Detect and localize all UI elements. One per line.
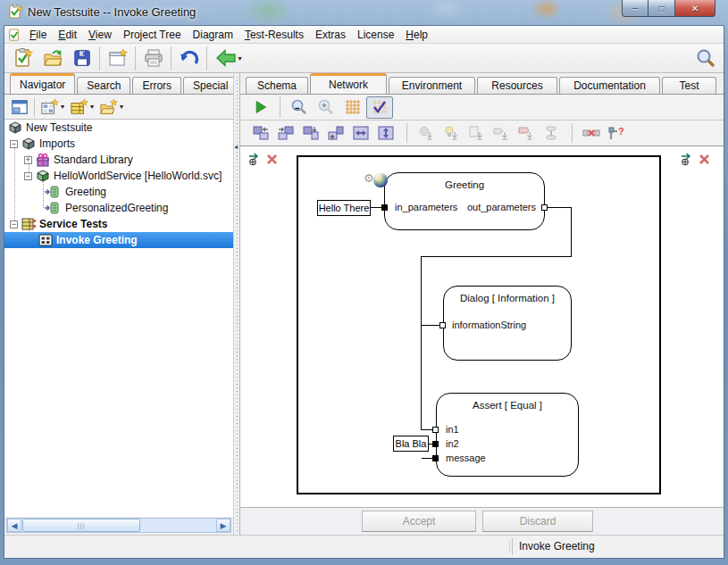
dropdown-chevron[interactable]: ▾ bbox=[61, 103, 64, 111]
reposition-icon[interactable] bbox=[248, 153, 262, 166]
gear-arrow-icon[interactable] bbox=[414, 123, 438, 143]
bulb-arrow-icon[interactable] bbox=[439, 123, 463, 143]
print-button[interactable] bbox=[138, 46, 168, 71]
port-label-informationstring: informationString bbox=[452, 320, 526, 330]
splitter-collapse-arrow[interactable]: ◂ bbox=[234, 143, 238, 151]
in-parameters-port[interactable] bbox=[381, 204, 388, 211]
tree-item-personalizedgreeting[interactable]: PersonalizedGreeting bbox=[4, 200, 233, 216]
tree-item-new-testsuite[interactable]: New Testsuite bbox=[4, 120, 233, 136]
run-icon[interactable] bbox=[247, 96, 274, 119]
maximize-button[interactable]: □ bbox=[649, 0, 675, 17]
tab-network[interactable]: Network bbox=[310, 73, 387, 94]
node-arrow-right-icon[interactable] bbox=[274, 123, 297, 143]
close-button[interactable]: ✕ bbox=[675, 0, 715, 17]
network-diagram-canvas[interactable]: ⚙ Greeting in_parameters out_parameters … bbox=[240, 146, 724, 507]
fit-vertical-icon[interactable] bbox=[374, 123, 397, 143]
save-button[interactable] bbox=[67, 46, 96, 71]
delete-icon[interactable] bbox=[266, 154, 278, 165]
tree-item-imports[interactable]: − Imports bbox=[4, 136, 233, 152]
menu-project-tree[interactable]: Project Tree bbox=[118, 28, 187, 42]
tree-item-service-tests[interactable]: − Service Tests bbox=[4, 216, 233, 232]
connection-line bbox=[548, 207, 572, 208]
menu-extras[interactable]: Extras bbox=[310, 28, 351, 42]
dropdown-chevron[interactable]: ▾ bbox=[90, 103, 94, 111]
out-parameters-port[interactable] bbox=[541, 204, 548, 211]
scroll-left-arrow[interactable]: ◀ bbox=[7, 519, 21, 532]
assert-node[interactable]: Assert [ Equal ] in1 in2 message bbox=[436, 393, 579, 477]
in2-port[interactable] bbox=[432, 441, 439, 447]
delete-icon[interactable] bbox=[699, 154, 710, 165]
node-arrow-left-icon[interactable] bbox=[249, 123, 272, 143]
cut-connection-icon[interactable] bbox=[580, 123, 603, 143]
tab-errors[interactable]: Errors bbox=[132, 77, 181, 94]
zoom-out-icon[interactable] bbox=[286, 96, 313, 119]
tab-special[interactable]: Special bbox=[183, 77, 238, 94]
connection-line bbox=[571, 207, 572, 257]
scrollbar-thumb[interactable]: ||| bbox=[22, 519, 140, 532]
snap-grid-icon[interactable] bbox=[366, 96, 393, 119]
node-arrow-down-icon[interactable] bbox=[299, 123, 322, 143]
tab-navigator[interactable]: Navigator bbox=[10, 73, 75, 94]
collapse-expander[interactable]: − bbox=[10, 220, 18, 228]
back-dropdown-chevron[interactable]: ▾ bbox=[238, 54, 241, 62]
connector-question-icon[interactable]: ? bbox=[605, 123, 628, 143]
input-value-box[interactable]: Bla Bla bbox=[393, 436, 429, 452]
new-testsuite-button[interactable] bbox=[8, 46, 38, 71]
tab-search[interactable]: Search bbox=[77, 77, 130, 94]
project-tree: New Testsuite − Imports + bbox=[4, 120, 233, 517]
panel-view-icon[interactable] bbox=[8, 96, 31, 118]
expand-expander[interactable]: + bbox=[24, 156, 32, 164]
menu-diagram[interactable]: Diagram bbox=[188, 28, 238, 42]
plug-arrow-icon[interactable] bbox=[490, 123, 513, 143]
node-arrow-up-icon[interactable] bbox=[324, 123, 347, 143]
tree-item-helloworldservice[interactable]: − HelloWorldService [HelloWorld.svc] bbox=[4, 168, 233, 184]
tree-item-invoke-greeting[interactable]: Invoke Greeting bbox=[4, 232, 233, 248]
tab-resources[interactable]: Resources bbox=[477, 77, 557, 94]
spacer-dumbbell-icon[interactable] bbox=[540, 123, 563, 143]
back-button[interactable]: ▾ bbox=[210, 46, 247, 71]
collapse-expander[interactable]: − bbox=[10, 140, 18, 148]
discard-button[interactable]: Discard bbox=[482, 511, 593, 532]
informationstring-port[interactable] bbox=[439, 322, 446, 328]
accept-button[interactable]: Accept bbox=[362, 511, 476, 532]
new-test-grid-icon[interactable]: ▾ bbox=[38, 96, 67, 118]
port-label-in2: in2 bbox=[446, 438, 459, 449]
menu-license[interactable]: License bbox=[352, 28, 399, 42]
zoom-in-icon[interactable] bbox=[313, 96, 339, 119]
search-button[interactable] bbox=[690, 46, 720, 71]
page-arrow-icon[interactable] bbox=[464, 123, 488, 143]
greeting-node[interactable]: Greeting in_parameters out_parameters bbox=[384, 172, 545, 230]
tree-item-standard-library[interactable]: + Standard Library bbox=[4, 152, 233, 168]
reposition-icon[interactable] bbox=[681, 153, 694, 166]
scroll-right-arrow[interactable]: ▶ bbox=[216, 519, 230, 532]
gear-icon[interactable]: ⚙ bbox=[364, 172, 374, 184]
message-port[interactable] bbox=[432, 455, 439, 461]
horizontal-scrollbar[interactable]: ◀ ||| ▶ bbox=[6, 518, 231, 533]
tab-schema[interactable]: Schema bbox=[246, 77, 308, 94]
new-table-icon[interactable]: ▾ bbox=[67, 96, 96, 118]
collapse-expander[interactable]: − bbox=[24, 172, 32, 180]
panel-splitter[interactable]: ◂ bbox=[233, 73, 240, 535]
new-window-button[interactable] bbox=[103, 46, 132, 71]
menu-file[interactable]: File bbox=[24, 28, 52, 42]
menu-view[interactable]: View bbox=[83, 28, 117, 42]
fit-horizontal-icon[interactable] bbox=[349, 123, 372, 143]
tab-test[interactable]: Test bbox=[662, 77, 716, 94]
menu-test-results[interactable]: Test-Results bbox=[239, 28, 309, 42]
tree-item-greeting[interactable]: Greeting bbox=[4, 184, 233, 200]
menu-help[interactable]: Help bbox=[400, 28, 433, 42]
new-folder-icon[interactable]: ▾ bbox=[96, 96, 126, 118]
open-button[interactable] bbox=[38, 46, 67, 71]
minimize-button[interactable]: ─ bbox=[622, 0, 649, 17]
undo-button[interactable] bbox=[174, 46, 204, 71]
label-arrow-icon[interactable] bbox=[515, 123, 538, 143]
grid-icon[interactable] bbox=[339, 96, 366, 119]
dropdown-chevron[interactable]: ▾ bbox=[120, 103, 123, 111]
tab-environment[interactable]: Environment bbox=[389, 77, 475, 94]
menu-edit[interactable]: Edit bbox=[53, 28, 82, 42]
title-bar[interactable]: New Testsuite -- Invoke Greeting ─ □ ✕ bbox=[0, 0, 728, 25]
input-value-box[interactable]: Hello There bbox=[317, 200, 371, 216]
in1-port[interactable] bbox=[432, 427, 439, 433]
dialog-node[interactable]: Dialog [ Information ] informationString bbox=[443, 286, 572, 361]
tab-documentation[interactable]: Documentation bbox=[559, 77, 660, 94]
